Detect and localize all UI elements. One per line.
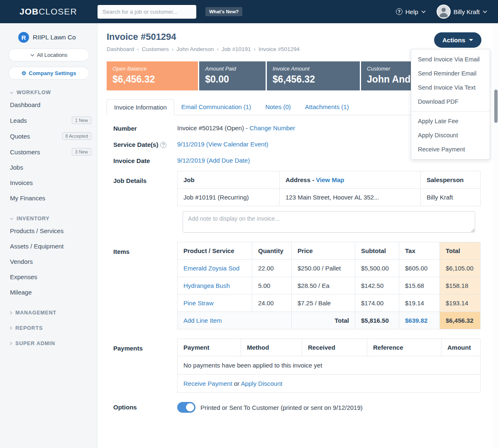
salesperson-col-header: Salesperson: [421, 171, 481, 189]
apply-discount-link[interactable]: Apply Discount: [241, 380, 282, 387]
sidebar-item-vendors[interactable]: Vendors: [0, 254, 97, 269]
sidebar-item-quotes[interactable]: Quotes8 Accepted: [0, 128, 97, 144]
job-details-table: Job Address - View Map Salesperson Job #…: [177, 171, 481, 206]
quotes-badge: 8 Accepted: [62, 132, 91, 140]
service-dates-label: Service Date(s)?: [107, 141, 177, 148]
payments-label: Payments: [107, 338, 177, 393]
menu-item-send-invoice-text[interactable]: Send Invoice Via Text: [411, 80, 490, 95]
price-header: Price: [292, 242, 355, 260]
breadcrumb-customer[interactable]: John Anderson: [176, 46, 219, 52]
section-reports[interactable]: REPORTS: [0, 325, 97, 333]
menu-item-download-pdf[interactable]: Download PDF: [411, 95, 490, 109]
job-details-row: Job #10191 (Recurring) 123 Main Street, …: [178, 189, 481, 206]
breadcrumb-customers[interactable]: Customers: [142, 46, 174, 52]
job-cell: Job #10191 (Recurring): [178, 189, 280, 206]
add-due-date-link[interactable]: (Add Due Date): [207, 157, 250, 164]
section-workflow[interactable]: WORKFLOW: [0, 90, 97, 97]
actions-button[interactable]: Actions: [434, 32, 481, 48]
topbar: JOBCLOSER What's New? ? Help Billy Kraft: [0, 0, 498, 23]
company-settings-label: Company Settings: [29, 70, 76, 76]
help-label: Help: [405, 8, 418, 15]
sidebar-item-assets-equipment[interactable]: Assets / Equipment: [0, 239, 97, 254]
sidebar-item-mileage[interactable]: Mileage: [0, 285, 97, 300]
subtotal-header: Subtotal: [355, 242, 399, 260]
view-calendar-event-link[interactable]: (View Calendar Event): [206, 141, 269, 148]
add-line-item-link[interactable]: Add Line Item: [183, 317, 222, 324]
sidebar-item-jobs[interactable]: Jobs: [0, 160, 97, 175]
logo-bold: JOB: [20, 7, 39, 16]
tax-header: Tax: [399, 242, 440, 260]
method-header: Method: [241, 339, 302, 356]
item-product-link[interactable]: Pine Straw: [183, 299, 214, 307]
sidebar-item-customers[interactable]: Customers3 New: [0, 144, 97, 160]
amount-paid-card: Amount Paid $0.00: [199, 61, 266, 90]
invoice-amount-card: Invoice Amount $6,456.32: [267, 61, 360, 90]
service-dates-help-icon[interactable]: ?: [160, 142, 166, 148]
items-table: Product / Service Quantity Price Subtota…: [177, 242, 481, 329]
scrollbar-thumb[interactable]: [494, 90, 498, 123]
sidebar-item-expenses[interactable]: Expenses: [0, 269, 97, 285]
section-super-admin[interactable]: SUPER ADMIN: [0, 341, 97, 348]
amount-header: Amount: [442, 339, 481, 356]
tab-attachments[interactable]: Attachments (1): [298, 99, 356, 115]
total-header: Total: [440, 242, 481, 260]
payments-table: Payment Method Received Reference Amount…: [177, 338, 481, 393]
payment-header: Payment: [178, 339, 241, 356]
sidebar-item-products-services[interactable]: Products / Services: [0, 223, 97, 239]
sidebar: R RIIPL Lawn Co All Locations ⚙ Company …: [0, 23, 98, 448]
user-avatar: [437, 5, 451, 19]
no-payments-message: No payments have been applied to this in…: [178, 356, 481, 375]
all-locations-dropdown[interactable]: All Locations: [8, 49, 89, 61]
sidebar-item-invoices[interactable]: Invoices: [0, 175, 97, 190]
chevron-down-icon: [10, 92, 13, 94]
actions-dropdown-menu: Send Invoice Via Email Send Reminder Ema…: [411, 49, 490, 160]
service-date-link[interactable]: 9/11/2019: [177, 141, 205, 148]
app-logo[interactable]: JOBCLOSER: [0, 7, 98, 17]
items-label: Items: [107, 242, 177, 329]
whats-new-button[interactable]: What's New?: [205, 7, 242, 16]
all-locations-label: All Locations: [37, 52, 68, 58]
company-settings-button[interactable]: ⚙ Company Settings: [8, 67, 89, 80]
breadcrumb-dashboard[interactable]: Dashboard: [107, 46, 139, 52]
logo-light: CLOSER: [39, 7, 77, 16]
item-product-link[interactable]: Emerald Zoysia Sod: [183, 265, 239, 272]
section-management[interactable]: MANAGEMENT: [0, 310, 97, 317]
invoice-note-input[interactable]: [183, 211, 475, 233]
menu-item-apply-discount[interactable]: Apply Discount: [411, 128, 490, 142]
item-product-link[interactable]: Hydrangea Bush: [183, 282, 230, 289]
user-menu[interactable]: Billy Kraft: [437, 5, 487, 19]
number-value: Invoice #501294 (Open) -: [177, 124, 248, 131]
printed-sent-toggle[interactable]: [177, 402, 195, 413]
menu-item-send-reminder-email[interactable]: Send Reminder Email: [411, 66, 490, 80]
received-header: Received: [302, 339, 367, 356]
scrollbar-track[interactable]: [494, 23, 498, 448]
tab-email-communication[interactable]: Email Communication (1): [174, 99, 258, 115]
search-input[interactable]: [98, 5, 196, 19]
menu-item-apply-late-fee[interactable]: Apply Late Fee: [411, 114, 490, 128]
change-number-link[interactable]: Change Number: [249, 124, 295, 131]
tab-invoice-information[interactable]: Invoice Information: [107, 99, 174, 115]
items-tax-total-link[interactable]: $639.82: [405, 317, 427, 324]
items-subtotal-value: $5,816.50: [355, 312, 399, 329]
help-menu[interactable]: ? Help: [396, 8, 426, 15]
amount-paid-value: $0.00: [205, 74, 260, 85]
breadcrumb-job[interactable]: Job #10191: [222, 46, 256, 52]
quantity-header: Quantity: [252, 242, 292, 260]
menu-item-send-invoice-email[interactable]: Send Invoice Via Email: [411, 52, 490, 66]
customers-badge: 3 New: [72, 148, 91, 156]
view-map-link[interactable]: View Map: [316, 176, 344, 183]
item-row: Emerald Zoysia Sod 22.00 $250.00 / Palle…: [178, 260, 481, 277]
sidebar-item-dashboard[interactable]: Dashboard: [0, 97, 97, 112]
section-inventory[interactable]: INVENTORY: [0, 216, 97, 223]
tab-notes[interactable]: Notes (0): [258, 99, 298, 115]
company-logo: R: [18, 32, 29, 43]
items-grand-total: $6,456.32: [440, 312, 481, 329]
menu-item-receive-payment[interactable]: Receive Payment: [411, 142, 490, 156]
receive-payment-link[interactable]: Receive Payment: [183, 380, 232, 387]
invoice-date-link[interactable]: 9/12/2019: [177, 157, 205, 164]
sidebar-item-leads[interactable]: Leads1 New: [0, 112, 97, 128]
product-service-header: Product / Service: [178, 242, 252, 260]
leads-badge: 1 New: [72, 117, 91, 124]
user-name: Billy Kraft: [454, 8, 480, 15]
sidebar-item-my-finances[interactable]: My Finances: [0, 190, 97, 206]
